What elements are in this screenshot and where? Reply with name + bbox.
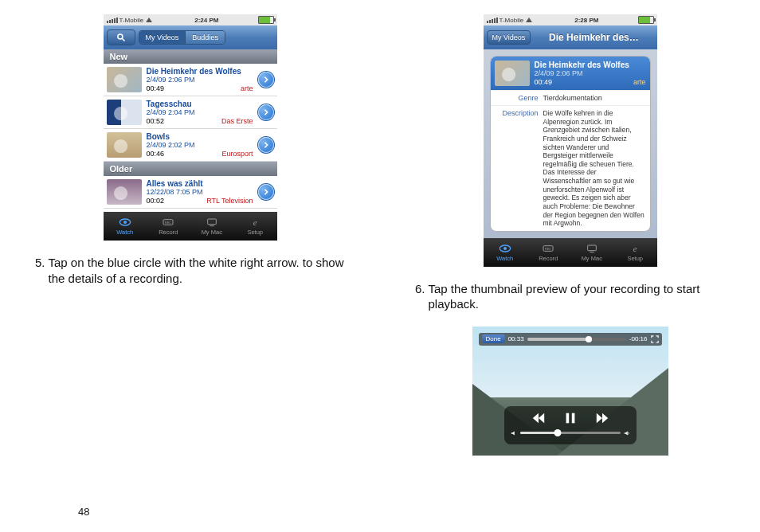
genre-label: Genre bbox=[496, 94, 539, 102]
playback-controls bbox=[504, 406, 637, 444]
chevron-right-icon bbox=[263, 109, 269, 115]
rec-icon: REC bbox=[162, 217, 174, 228]
segmented-control[interactable]: My Videos Buddies bbox=[139, 30, 225, 45]
skip-back-icon[interactable] bbox=[531, 411, 546, 425]
recording-channel: arte bbox=[633, 78, 646, 86]
volume-slider[interactable] bbox=[511, 430, 630, 436]
description-label: Description bbox=[496, 109, 539, 228]
rec-icon: REC bbox=[542, 243, 554, 254]
disclosure-button[interactable] bbox=[258, 72, 274, 88]
recording-duration: 00:46 bbox=[147, 150, 165, 158]
wifi-icon bbox=[146, 18, 152, 22]
tab-label: My Mac bbox=[202, 229, 222, 236]
step-number: 5. bbox=[35, 255, 45, 286]
signal-icon bbox=[487, 18, 498, 23]
recording-title: Die Heimkehr des Wolfes bbox=[147, 67, 253, 76]
recording-duration: 00:52 bbox=[147, 117, 165, 125]
thumbnail bbox=[107, 67, 142, 92]
monitor-icon bbox=[586, 243, 598, 254]
page-number: 48 bbox=[78, 506, 89, 518]
back-button[interactable]: My Videos bbox=[487, 30, 531, 45]
tab-label: Setup bbox=[627, 255, 643, 262]
video-player-screenshot: T-Mobile 2:31 PM Done 00:33 -00:16 bbox=[472, 327, 668, 456]
elapsed-time: 00:33 bbox=[508, 335, 524, 342]
scrubber[interactable] bbox=[527, 338, 626, 341]
search-icon bbox=[116, 33, 126, 42]
wifi-icon bbox=[526, 18, 532, 22]
tab-record[interactable]: REC Record bbox=[147, 212, 190, 241]
recording-duration: 00:49 bbox=[535, 78, 553, 86]
recording-row[interactable]: Die Heimkehr des Wolfes 2/4/09 2:06 PM 0… bbox=[104, 64, 277, 96]
tab-record[interactable]: REC Record bbox=[527, 238, 570, 267]
remaining-time: -00:16 bbox=[629, 335, 648, 342]
genre-value: Tierdokumentation bbox=[543, 94, 645, 102]
disclosure-button[interactable] bbox=[258, 184, 274, 200]
tab-watch[interactable]: Watch bbox=[484, 238, 527, 267]
card-header[interactable]: Die Heimkehr des Wolfes 2/4/09 2:06 PM 0… bbox=[491, 57, 650, 90]
recording-date: 2/4/09 2:02 PM bbox=[147, 141, 253, 149]
recording-date: 2/4/09 2:04 PM bbox=[147, 108, 253, 116]
tab-buddies[interactable]: Buddies bbox=[185, 31, 225, 44]
recording-date: 2/4/09 2:06 PM bbox=[535, 69, 646, 77]
recording-channel: Das Erste bbox=[221, 117, 253, 125]
thumbnail bbox=[107, 100, 142, 125]
chevron-right-icon bbox=[263, 189, 269, 195]
tab-setup[interactable]: e Setup bbox=[613, 238, 657, 267]
recording-channel: RTL Television bbox=[206, 197, 253, 205]
battery-icon bbox=[258, 16, 274, 24]
volume-high-icon bbox=[624, 430, 630, 436]
fullscreen-icon[interactable] bbox=[651, 335, 659, 343]
status-time: 2:24 PM bbox=[155, 17, 257, 24]
section-older: Older bbox=[104, 162, 277, 176]
phone-detail-screenshot: T-Mobile 2:28 PM My Videos Die Heimkehr … bbox=[484, 14, 657, 267]
setup-icon: e bbox=[249, 217, 261, 228]
signal-icon bbox=[107, 18, 118, 23]
step-text: Tap the thumbnail preview of your record… bbox=[429, 281, 725, 312]
tab-label: Watch bbox=[116, 229, 133, 236]
thumbnail[interactable] bbox=[495, 61, 530, 86]
step-text: Tap on the blue circle with the white ri… bbox=[49, 255, 345, 286]
svg-point-10 bbox=[503, 247, 507, 250]
tab-watch[interactable]: Watch bbox=[104, 212, 147, 241]
tab-my-videos[interactable]: My Videos bbox=[139, 31, 186, 44]
tab-mymac[interactable]: My Mac bbox=[190, 212, 234, 241]
recording-row[interactable]: Tagesschau 2/4/09 2:04 PM 00:52 Das Erst… bbox=[104, 96, 277, 129]
thumbnail bbox=[107, 132, 142, 158]
svg-rect-17 bbox=[571, 413, 574, 423]
tab-setup[interactable]: e Setup bbox=[233, 212, 277, 241]
skip-forward-icon[interactable] bbox=[595, 411, 609, 425]
recording-row[interactable]: Alles was zählt 12/22/08 7:05 PM 00:02 R… bbox=[104, 176, 277, 209]
status-bar: T-Mobile 2:28 PM bbox=[484, 14, 657, 25]
tab-bar: Watch REC Record My Mac e Setup bbox=[484, 238, 657, 267]
svg-line-1 bbox=[122, 39, 124, 41]
recording-title: Bowls bbox=[147, 132, 253, 141]
monitor-icon bbox=[206, 217, 218, 228]
recording-duration: 00:49 bbox=[147, 84, 165, 92]
nav-title: Die Heimkehr des… bbox=[534, 32, 653, 43]
status-time: 2:28 PM bbox=[535, 17, 637, 24]
recording-date: 2/4/09 2:06 PM bbox=[147, 76, 253, 84]
disclosure-button[interactable] bbox=[258, 137, 274, 153]
recording-title: Die Heimkehr des Wolfes bbox=[535, 61, 646, 69]
svg-text:e: e bbox=[253, 218, 257, 227]
instruction-6: 6. Tap the thumbnail preview of your rec… bbox=[415, 281, 725, 312]
status-bar: T-Mobile 2:24 PM bbox=[104, 14, 277, 25]
disclosure-button[interactable] bbox=[258, 104, 274, 120]
search-button[interactable] bbox=[107, 29, 135, 45]
phone-list-screenshot: T-Mobile 2:24 PM My Videos Buddies New bbox=[104, 14, 277, 241]
detail-card: Die Heimkehr des Wolfes 2/4/09 2:06 PM 0… bbox=[490, 56, 651, 232]
svg-text:REC: REC bbox=[165, 221, 172, 225]
genre-row: Genre Tierdokumentation bbox=[491, 90, 650, 105]
section-new: New bbox=[104, 49, 277, 64]
scrubber-bar: Done 00:33 -00:16 bbox=[479, 333, 662, 346]
recording-row[interactable]: Bowls 2/4/09 2:02 PM 00:46 Eurosport bbox=[104, 129, 277, 162]
pause-icon[interactable] bbox=[563, 411, 578, 425]
tab-mymac[interactable]: My Mac bbox=[570, 238, 614, 267]
svg-point-0 bbox=[117, 34, 122, 39]
recording-date: 12/22/08 7:05 PM bbox=[147, 188, 253, 196]
done-button[interactable]: Done bbox=[482, 334, 505, 343]
thumbnail bbox=[107, 179, 142, 205]
description-row: Description Die Wölfe kehren in die Alpe… bbox=[491, 105, 650, 231]
step-number: 6. bbox=[415, 281, 425, 312]
svg-text:e: e bbox=[633, 244, 637, 253]
